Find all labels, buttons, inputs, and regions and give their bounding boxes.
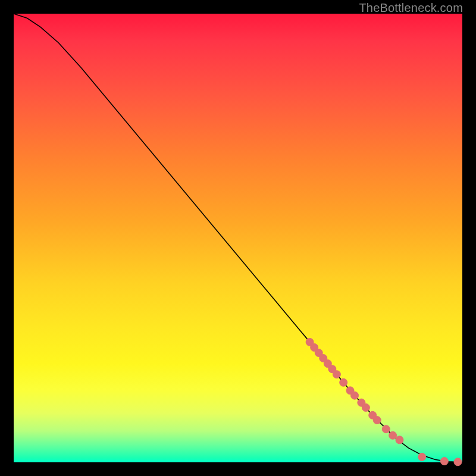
data-point <box>373 416 381 424</box>
data-point-group <box>306 338 462 465</box>
data-point <box>418 453 426 461</box>
data-point <box>396 436 403 444</box>
main-curve <box>14 14 462 462</box>
data-point <box>362 404 369 412</box>
data-point <box>454 458 462 466</box>
chart-overlay <box>14 14 462 462</box>
data-point <box>389 431 397 439</box>
data-point <box>333 371 340 378</box>
attribution-text: TheBottleneck.com <box>359 1 463 15</box>
data-point <box>340 378 347 386</box>
data-point <box>382 425 390 433</box>
data-point <box>351 392 359 399</box>
data-point <box>440 458 448 465</box>
